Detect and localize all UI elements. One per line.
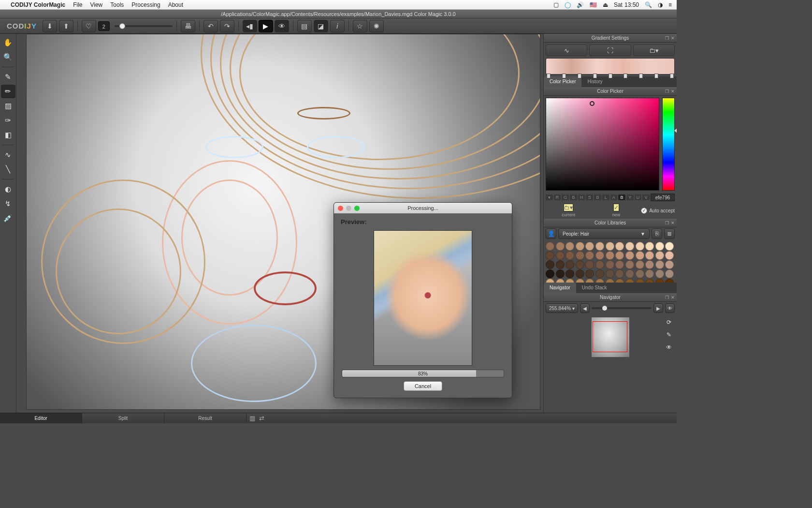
- library-swatch[interactable]: [625, 279, 634, 283]
- library-swatch[interactable]: [615, 251, 624, 260]
- library-swatch[interactable]: [615, 279, 624, 283]
- library-swatch[interactable]: [595, 269, 604, 278]
- decolor-pen-tool[interactable]: ✑: [1, 114, 15, 127]
- eject-icon[interactable]: ⏏: [603, 1, 608, 8]
- channel-b-8[interactable]: B: [618, 194, 625, 200]
- channel-g-1[interactable]: G: [562, 194, 569, 200]
- library-swatch[interactable]: [595, 242, 604, 251]
- print-button[interactable]: 🖶: [181, 20, 195, 32]
- undock-icon[interactable]: ❐: [665, 295, 669, 300]
- bottom-tab-result[interactable]: Result: [164, 413, 246, 423]
- library-swatch[interactable]: [645, 260, 654, 269]
- library-swatch[interactable]: [606, 260, 614, 269]
- favorites-button[interactable]: ♡: [82, 20, 96, 32]
- gradient-stop[interactable]: [578, 74, 581, 78]
- sync-icon[interactable]: ⇄: [259, 415, 264, 422]
- library-swatch[interactable]: [576, 269, 584, 278]
- process-prev-button[interactable]: ◂▮: [243, 20, 257, 32]
- pen-tool[interactable]: ✎: [1, 70, 15, 84]
- library-swatch[interactable]: [546, 269, 554, 278]
- process-run-button[interactable]: ▶: [259, 20, 273, 32]
- settings-button[interactable]: ✺: [369, 20, 384, 32]
- library-swatch[interactable]: [576, 251, 584, 260]
- eyedropper-tool[interactable]: 💉: [1, 211, 15, 225]
- navigator-thumbnail[interactable]: [592, 317, 629, 357]
- zoom-tool[interactable]: 🔍: [1, 50, 15, 64]
- library-swatch[interactable]: [595, 251, 604, 260]
- cancel-button[interactable]: Cancel: [404, 381, 442, 391]
- gradient-stop[interactable]: [639, 74, 643, 78]
- library-swatch[interactable]: [636, 269, 644, 278]
- library-swatch[interactable]: [625, 260, 634, 269]
- menubar-app-icon[interactable]: ▢: [553, 1, 559, 8]
- fit-view-button[interactable]: 👁: [665, 303, 675, 313]
- channel-b-2[interactable]: B: [570, 194, 577, 200]
- close-icon[interactable]: ✕: [671, 89, 675, 94]
- library-swatch[interactable]: [645, 269, 654, 278]
- channel-s-4[interactable]: S: [586, 194, 593, 200]
- gradient-stop[interactable]: [547, 74, 551, 78]
- clock-day[interactable]: Sat: [614, 1, 623, 8]
- library-swatch[interactable]: [636, 279, 644, 283]
- library-swatch[interactable]: [655, 269, 664, 278]
- dialog-close-icon[interactable]: [338, 206, 343, 211]
- library-swatch[interactable]: [566, 279, 574, 283]
- channel-y-9[interactable]: Y: [626, 194, 634, 200]
- undock-icon[interactable]: ❐: [665, 221, 669, 225]
- library-swatch[interactable]: [655, 251, 664, 260]
- app-menu[interactable]: CODIJY ColorMagic: [11, 1, 65, 8]
- library-list-icon[interactable]: ≣: [664, 228, 675, 239]
- menubar-circle-icon[interactable]: ◯: [565, 1, 571, 8]
- channel-u-10[interactable]: U: [635, 194, 642, 200]
- library-swatch[interactable]: [556, 242, 565, 251]
- line-tool[interactable]: ╲: [1, 163, 15, 176]
- library-swatch[interactable]: [556, 269, 565, 278]
- library-swatch[interactable]: [595, 279, 604, 283]
- tab-undo-stack[interactable]: Undo Stack: [576, 283, 613, 293]
- gradient-stop[interactable]: [624, 74, 627, 78]
- undock-icon[interactable]: ❐: [665, 89, 669, 94]
- mask-toggle-button[interactable]: ◪: [314, 20, 328, 32]
- channel-r-0[interactable]: R: [554, 194, 561, 200]
- gradient-stop[interactable]: [609, 74, 612, 78]
- library-swatch[interactable]: [585, 279, 594, 283]
- clock-time[interactable]: 13:50: [624, 1, 639, 8]
- channel-v-11[interactable]: V: [642, 194, 650, 200]
- undo-button[interactable]: ↶: [203, 20, 218, 32]
- hue-slider[interactable]: [662, 98, 675, 191]
- library-swatch[interactable]: [636, 260, 644, 269]
- library-swatch[interactable]: [546, 242, 554, 251]
- library-swatch[interactable]: [556, 279, 565, 283]
- export-button[interactable]: ⬆: [59, 20, 73, 32]
- library-link-icon[interactable]: ⎘: [652, 228, 662, 239]
- freehand-tool[interactable]: ∿: [1, 148, 15, 162]
- bottom-tab-split[interactable]: Split: [82, 413, 164, 423]
- library-swatch[interactable]: [576, 260, 584, 269]
- gradient-stop[interactable]: [670, 74, 674, 78]
- nav-eye-icon[interactable]: 👁: [664, 343, 674, 352]
- menu-processing[interactable]: Processing: [131, 1, 160, 8]
- menu-file[interactable]: File: [73, 1, 82, 8]
- close-icon[interactable]: ✕: [671, 36, 675, 41]
- info-button[interactable]: i: [330, 20, 345, 32]
- channel-b-5[interactable]: B: [594, 194, 601, 200]
- siri-icon[interactable]: ◑: [658, 1, 663, 8]
- close-icon[interactable]: ✕: [671, 221, 675, 225]
- library-swatch[interactable]: [615, 242, 624, 251]
- library-swatch[interactable]: [576, 242, 584, 251]
- undock-icon[interactable]: ❐: [665, 36, 669, 41]
- pan-tool[interactable]: ✋: [1, 36, 15, 49]
- library-swatch[interactable]: [556, 260, 565, 269]
- library-swatch[interactable]: [566, 269, 574, 278]
- library-swatch[interactable]: [665, 251, 674, 260]
- library-swatch[interactable]: [546, 251, 554, 260]
- library-swatch[interactable]: [576, 279, 584, 283]
- histogram-button[interactable]: ▤: [297, 20, 312, 32]
- library-swatch[interactable]: [546, 279, 554, 283]
- nav-pen-icon[interactable]: ✎: [664, 330, 674, 340]
- library-swatch[interactable]: [645, 279, 654, 283]
- library-category-icon[interactable]: 👤: [546, 228, 556, 239]
- library-swatch[interactable]: [665, 242, 674, 251]
- tab-navigator[interactable]: Navigator: [544, 283, 576, 293]
- library-swatch[interactable]: [655, 242, 664, 251]
